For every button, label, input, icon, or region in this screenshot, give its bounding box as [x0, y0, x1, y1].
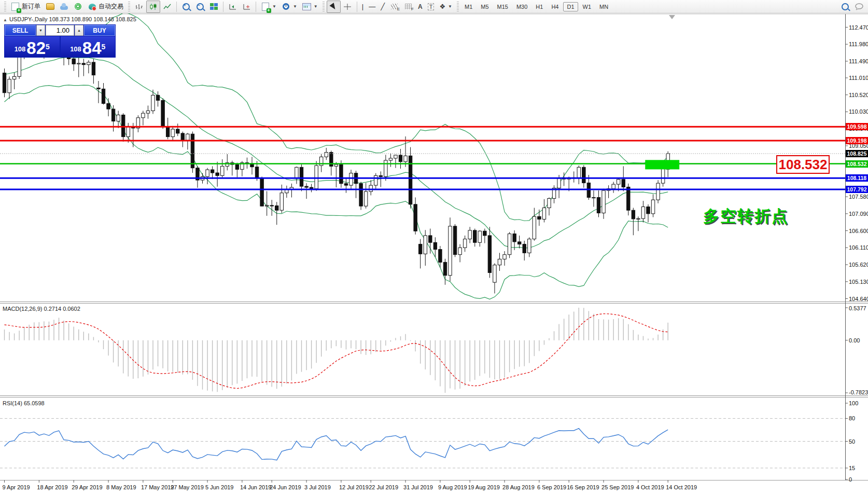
chat-button[interactable] [852, 1, 866, 13]
macd-histogram [5, 308, 668, 393]
candlestick-series [3, 30, 669, 293]
symbol-ohlc-text: USDJPY-,Daily 108.373 108.890 108.148 10… [9, 16, 136, 22]
toolbar-grip[interactable] [323, 2, 325, 12]
macd-indicator-header: MACD(12,26,9) 0.2714 0.0602 [3, 306, 80, 312]
shapes-tool[interactable]: ❖▼ [437, 1, 455, 13]
macd-signal-line [5, 314, 668, 389]
trendline-icon: ╱ [381, 3, 385, 10]
journal-button[interactable] [43, 1, 57, 13]
sell-price-pips: 82 [26, 40, 46, 56]
timeframe-button-m1[interactable]: M1 [461, 2, 476, 11]
buy-button[interactable]: BUY [84, 25, 115, 36]
timeframe-button-m15[interactable]: M15 [494, 2, 512, 11]
equidistant-channel-tool[interactable] [387, 1, 401, 13]
cursor-icon [329, 2, 338, 11]
rsi-line [5, 429, 668, 460]
sell-price-figure: 108 [15, 43, 26, 56]
chart-canvas[interactable] [0, 0, 868, 494]
indicators-button[interactable]: ▼ [258, 1, 279, 13]
price-callout-box[interactable]: 108.532 [776, 155, 830, 174]
new-order-button[interactable]: 新订单 [8, 1, 43, 13]
tile-windows-button[interactable] [207, 1, 221, 13]
journal-icon [46, 2, 54, 11]
zoom-in-button[interactable]: + [179, 1, 193, 13]
auto-trading-label: 自动交易 [99, 2, 123, 11]
rsi-indicator-header: RSI(14) 65.0598 [3, 400, 45, 406]
dropdown-arrow-icon: ▼ [293, 4, 297, 9]
dropdown-arrow-icon: ▼ [448, 4, 452, 9]
signal-icon [74, 2, 82, 11]
horizontal-line-icon: — [369, 3, 375, 10]
sell-button[interactable]: SELL [5, 25, 36, 36]
cursor-tool-button[interactable] [327, 1, 341, 13]
vertical-line-tool[interactable]: | [359, 1, 366, 13]
main-toolbar: 新订单 自动交易 + − ▼ ▼ ▼ | — ╱ A T ❖▼ M1M5M15M… [0, 0, 868, 13]
candlestick-chart-icon [149, 2, 158, 11]
buy-price-pips: 84 [82, 40, 102, 56]
text-icon: A [418, 3, 423, 10]
volume-decrease-button[interactable]: ▼ [36, 25, 45, 36]
line-chart-icon [163, 2, 172, 11]
bar-chart-button[interactable] [132, 1, 146, 13]
trendline-tool[interactable]: ╱ [378, 1, 387, 13]
auto-trading-button[interactable]: 自动交易 [85, 1, 126, 13]
dropdown-arrow-icon: ▼ [272, 4, 276, 9]
periods-button[interactable]: ▼ [279, 1, 300, 13]
search-button[interactable] [838, 1, 852, 13]
toolbar-grip[interactable] [457, 2, 459, 12]
dropdown-arrow-icon: ▼ [314, 4, 318, 9]
chart-shift-marker [669, 15, 675, 19]
shapes-icon: ❖ [439, 3, 445, 10]
crosshair-icon [343, 2, 352, 11]
tile-windows-icon [209, 2, 218, 11]
timeframe-button-w1[interactable]: W1 [579, 2, 595, 11]
signals-button[interactable] [71, 1, 85, 13]
zoom-out-icon: − [195, 2, 204, 11]
chart-title: ▲USDJPY-,Daily 108.373 108.890 108.148 1… [3, 16, 136, 22]
candlestick-chart-button[interactable] [146, 1, 160, 13]
turning-point-annotation[interactable]: 多空转折点 [703, 205, 789, 227]
chart-window: 112.470111.980111.490111.010110.520110.0… [0, 0, 868, 494]
templates-button[interactable]: ▼ [300, 1, 320, 13]
cloud-button[interactable] [57, 1, 71, 13]
timeframe-button-h1[interactable]: H1 [532, 2, 547, 11]
new-order-label: 新订单 [22, 2, 40, 11]
bollinger-band-lower [5, 85, 668, 299]
horizontal-line-tool[interactable]: — [366, 1, 378, 13]
timeframe-button-d1[interactable]: D1 [563, 2, 578, 11]
timeframe-button-m5[interactable]: M5 [477, 2, 492, 11]
green-zone-rectangle [645, 160, 679, 169]
toolbar-grip[interactable] [128, 2, 130, 12]
zoom-out-button[interactable]: − [193, 1, 207, 13]
sell-quote[interactable]: 108825 [5, 36, 60, 57]
auto-scroll-icon [228, 2, 237, 11]
crosshair-tool-button[interactable] [341, 1, 355, 13]
sell-price-point: 5 [46, 36, 50, 57]
text-label-icon: T [428, 3, 435, 10]
timeframe-button-m30[interactable]: M30 [513, 2, 531, 11]
chart-shift-icon [242, 2, 251, 11]
text-label-tool[interactable]: T [425, 1, 437, 13]
bar-chart-icon [135, 2, 144, 11]
collapse-arrow-icon[interactable]: ▲ [3, 18, 7, 22]
timeframe-button-h4[interactable]: H4 [548, 2, 562, 11]
vertical-line-icon: | [362, 3, 363, 10]
fibonacci-tool[interactable] [401, 1, 415, 13]
line-chart-button[interactable] [160, 1, 174, 13]
toolbar-grip[interactable] [4, 2, 6, 12]
chat-icon [855, 2, 863, 11]
zoom-in-icon: + [181, 2, 190, 11]
text-tool[interactable]: A [415, 1, 425, 13]
one-click-trading-panel: SELL ▼ 1.00 ▲ BUY 108825 108845 [4, 24, 116, 58]
cloud-icon [60, 2, 68, 11]
volume-increase-button[interactable]: ▲ [75, 25, 83, 36]
timeframe-button-mn[interactable]: MN [596, 2, 612, 11]
chart-shift-button[interactable] [240, 1, 254, 13]
search-icon [841, 2, 849, 11]
templates-icon [302, 2, 311, 11]
volume-input[interactable]: 1.00 [46, 25, 74, 36]
new-order-icon [11, 2, 20, 11]
buy-price-figure: 108 [70, 43, 81, 56]
buy-quote[interactable]: 108845 [61, 36, 116, 57]
auto-scroll-button[interactable] [226, 1, 240, 13]
